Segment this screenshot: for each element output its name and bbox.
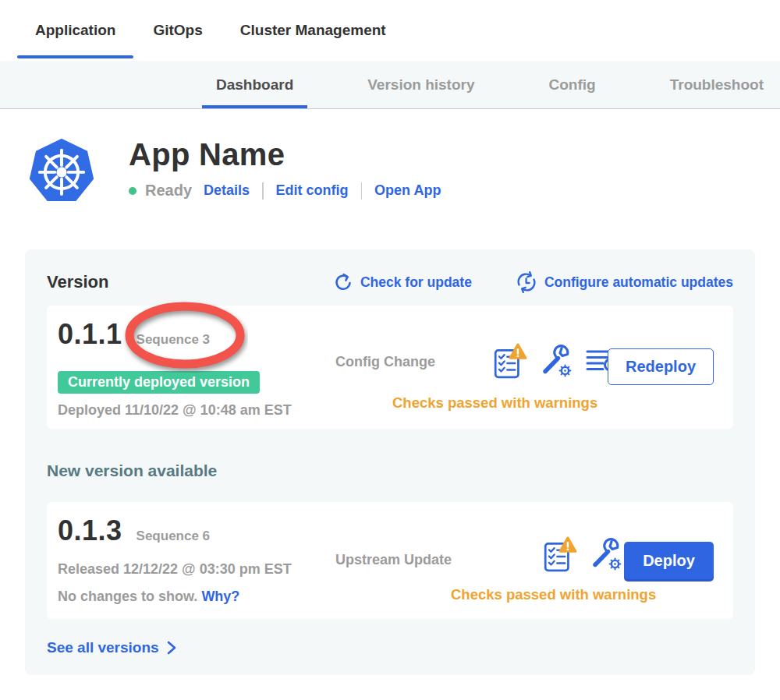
app-status: Ready <box>145 182 192 200</box>
preflight-checks-icon[interactable] <box>493 343 527 380</box>
config-wrench-icon[interactable] <box>589 538 623 572</box>
refresh-icon <box>333 272 353 292</box>
version-source-label: Upstream Update <box>335 552 452 568</box>
deployed-sequence-label: Sequence 3 <box>136 332 211 348</box>
top-tab-cluster-management[interactable]: Cluster Management <box>240 0 386 61</box>
page-title: App Name <box>129 137 441 171</box>
version-section: Version Check for update Configure autom… <box>25 249 755 675</box>
kubernetes-logo-icon <box>27 134 96 209</box>
sub-tab-version-history[interactable]: Version history <box>367 61 474 108</box>
see-all-versions-label: See all versions <box>47 639 159 656</box>
available-version-number: 0.1.3 <box>58 514 122 547</box>
sub-nav: Dashboard Version history Config Trouble… <box>0 61 780 109</box>
see-all-versions-link[interactable]: See all versions <box>47 639 733 656</box>
deployed-version-number: 0.1.1 <box>58 318 122 351</box>
divider <box>262 182 264 200</box>
available-sequence-label: Sequence 6 <box>136 529 211 544</box>
why-link[interactable]: Why? <box>201 589 239 604</box>
version-section-title: Version <box>47 272 108 292</box>
top-nav: Application GitOps Cluster Management <box>0 0 780 61</box>
available-version-card: 0.1.3 Sequence 6 Released 12/12/22 @ 03:… <box>47 502 733 619</box>
sub-tab-config[interactable]: Config <box>549 61 596 108</box>
no-changes-text: No changes to show. Why? <box>58 589 239 605</box>
new-version-heading: New version available <box>47 461 733 480</box>
deploy-button[interactable]: Deploy <box>624 542 714 579</box>
deployed-checks-status[interactable]: Checks passed with warnings <box>392 394 597 412</box>
app-header: App Name Ready Details Edit config Open … <box>0 109 780 209</box>
auto-update-icon <box>516 271 537 293</box>
available-checks-status[interactable]: Checks passed with warnings <box>451 586 656 603</box>
config-wrench-icon[interactable] <box>539 345 573 379</box>
sub-tab-troubleshoot[interactable]: Troubleshoot <box>670 61 764 108</box>
open-app-link[interactable]: Open App <box>374 182 441 199</box>
deployed-version-card: 0.1.1 Sequence 3 Currently deployed vers… <box>47 306 733 429</box>
check-for-update-label: Check for update <box>360 274 472 291</box>
check-for-update-link[interactable]: Check for update <box>333 272 472 292</box>
edit-config-link[interactable]: Edit config <box>276 182 349 199</box>
divider <box>361 182 363 200</box>
no-changes-label: No changes to show. <box>58 589 197 604</box>
deployed-timestamp: Deployed 11/10/22 @ 10:48 am EST <box>58 402 292 419</box>
preflight-checks-icon[interactable] <box>543 536 577 574</box>
details-link[interactable]: Details <box>204 182 250 199</box>
sub-tab-dashboard[interactable]: Dashboard <box>216 61 293 108</box>
redeploy-button[interactable]: Redeploy <box>608 348 714 385</box>
configure-automatic-updates-link[interactable]: Configure automatic updates <box>516 271 733 293</box>
version-source-label: Config Change <box>335 354 435 370</box>
chevron-right-icon <box>167 641 176 655</box>
currently-deployed-badge: Currently deployed version <box>58 371 260 394</box>
configure-automatic-updates-label: Configure automatic updates <box>544 274 733 291</box>
released-timestamp: Released 12/12/22 @ 03:30 pm EST <box>58 561 292 578</box>
top-tab-gitops[interactable]: GitOps <box>153 0 202 61</box>
top-tab-application[interactable]: Application <box>35 0 115 61</box>
ready-status-dot-icon <box>129 187 136 195</box>
